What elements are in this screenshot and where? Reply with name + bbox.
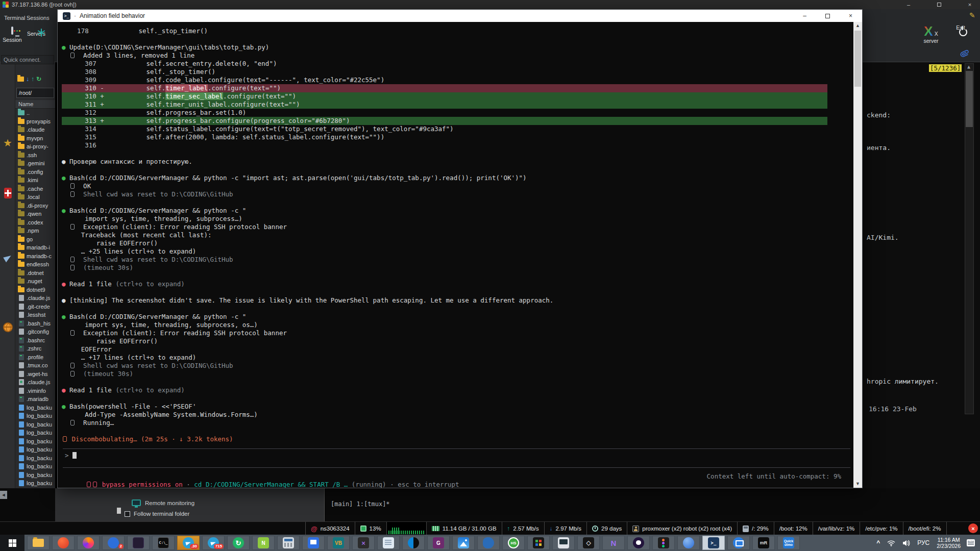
favorites-star-icon[interactable]: ★ <box>0 137 15 149</box>
taskbar-app-proxy-tool[interactable] <box>127 536 150 550</box>
notification-center-icon[interactable]: 32 <box>967 539 975 546</box>
tray-chevron[interactable]: ^ <box>876 539 880 546</box>
file-row[interactable]: log_backu <box>15 429 55 437</box>
taskbar-app-thunderbird[interactable]: 2 <box>102 536 125 550</box>
file-row[interactable]: .. <box>15 109 55 117</box>
quick-connect-input[interactable]: Quick connect. <box>1 55 54 64</box>
servers-button[interactable]: Servers <box>24 28 48 37</box>
screen-close-button[interactable]: × <box>960 0 980 9</box>
taskbar-app-dark-ball-app[interactable] <box>402 536 425 550</box>
file-row[interactable]: .local <box>15 193 55 202</box>
file-row[interactable]: .git-crede <box>15 303 55 311</box>
taskbar-app-figma[interactable] <box>652 536 675 550</box>
taskbar-app-telegram-2[interactable]: 715 <box>202 536 225 550</box>
file-row[interactable]: .config <box>15 168 55 177</box>
file-row[interactable]: go <box>15 235 55 244</box>
file-row[interactable]: .zshrc <box>15 344 55 353</box>
file-row[interactable]: proxyapis <box>15 117 55 126</box>
taskbar-app-remote-monitor[interactable] <box>727 536 750 550</box>
file-row[interactable]: .mariadb <box>15 395 55 404</box>
file-row[interactable]: log_backu <box>15 462 55 471</box>
refresh-icon[interactable]: ↻ <box>36 76 41 82</box>
file-row[interactable]: log_backu <box>15 445 55 454</box>
start-button[interactable] <box>0 535 24 551</box>
taskbar-app-neovim[interactable]: N <box>602 536 625 550</box>
exit-button[interactable]: Exit <box>946 24 975 31</box>
file-row[interactable]: .nuget <box>15 277 55 286</box>
hscroll-left-button[interactable]: ◄ <box>0 491 7 499</box>
speaker-icon[interactable] <box>902 540 910 546</box>
file-row[interactable]: ai-proxy- <box>15 142 55 151</box>
file-row[interactable]: .cache <box>15 185 55 193</box>
file-row[interactable]: .dotnet <box>15 269 55 278</box>
claude-minimize-button[interactable]: – <box>793 10 816 22</box>
download-icon[interactable]: ↓ <box>26 76 29 82</box>
follow-terminal-folder-checkbox[interactable]: Follow terminal folder <box>125 511 189 517</box>
taskbar-app-cmd-terminal[interactable]: C:\_ <box>152 536 175 550</box>
background-scrollbar[interactable]: ▲ <box>965 63 974 414</box>
taskbar-app-calculator[interactable] <box>277 536 300 550</box>
file-row[interactable]: log_backu <box>15 454 55 463</box>
keyboard-language[interactable]: РУС <box>917 539 929 546</box>
taskbar-app-telegram-1[interactable]: .30 <box>177 536 200 550</box>
name-column-header[interactable]: Name <box>15 100 55 109</box>
file-row[interactable]: log_backu <box>15 404 55 412</box>
file-row[interactable]: myvpn <box>15 134 55 143</box>
taskbar-app-file-explorer[interactable] <box>27 536 50 550</box>
file-row[interactable]: log_backu <box>15 471 55 480</box>
taskbar-app-image-viewer[interactable] <box>302 536 325 550</box>
menu-terminal[interactable]: Terminal <box>4 15 26 21</box>
file-row[interactable]: log_backu <box>15 412 55 420</box>
taskbar-app-blue-sphere-app[interactable] <box>677 536 700 550</box>
screen-minimize-button[interactable]: – <box>898 0 919 9</box>
taskbar-app-mremoteng[interactable]: mR <box>752 536 775 550</box>
tray-clock[interactable]: 11:16 AM 2/23/2026 <box>937 537 961 549</box>
file-row[interactable]: endlessh <box>15 260 55 269</box>
file-row[interactable]: .wget-hs <box>15 370 55 379</box>
taskbar-app-sharp-keys[interactable]: × <box>352 536 375 550</box>
file-row[interactable]: .gemini <box>15 159 55 168</box>
screen-maximize-button[interactable] <box>929 0 949 9</box>
file-row[interactable]: .viminfo <box>15 387 55 395</box>
file-row[interactable]: .npm <box>15 227 55 235</box>
file-row[interactable]: dotnet9 <box>15 286 55 294</box>
taskbar-app-mariadb[interactable] <box>477 536 500 550</box>
taskbar-app-quick-utmo[interactable]: Quick utmo <box>777 536 800 550</box>
taskbar-app-firefox[interactable] <box>77 536 100 550</box>
file-row[interactable]: .profile <box>15 353 55 362</box>
file-row[interactable]: .claude <box>15 126 55 134</box>
file-row[interactable]: .claude.js <box>15 294 55 303</box>
edit-pencil-icon[interactable]: ✎ <box>969 11 975 19</box>
paper-plane-icon[interactable] <box>0 255 15 261</box>
x-server-button[interactable]: X X server <box>917 24 945 44</box>
file-row[interactable]: .gitconfig <box>15 328 55 336</box>
taskbar-app-cube-app[interactable]: ◇ <box>577 536 600 550</box>
path-input[interactable]: /root/ <box>16 88 54 98</box>
taskbar-app-vb-tool[interactable]: VB <box>327 536 350 550</box>
taskbar-app-heidisql[interactable]: HS <box>502 536 525 550</box>
status-close-button[interactable]: × <box>968 523 978 533</box>
taskbar-app-sync-tool[interactable]: ↻ <box>227 536 250 550</box>
file-row[interactable]: log_backu <box>15 420 55 429</box>
taskbar-app-github-desktop[interactable] <box>627 536 650 550</box>
claude-titlebar[interactable]: >_ · Animation field behavior – × <box>58 10 862 22</box>
file-row[interactable]: .di-proxy <box>15 202 55 210</box>
scroll-up-icon[interactable]: ▲ <box>853 22 862 30</box>
remote-monitoring-button[interactable]: Remote monitoring <box>132 499 194 506</box>
claude-close-button[interactable]: × <box>839 10 862 22</box>
file-row[interactable]: .bash_his <box>15 319 55 328</box>
file-row[interactable]: .tmux.co <box>15 361 55 370</box>
file-row[interactable]: .bashrc <box>15 336 55 345</box>
claude-maximize-button[interactable] <box>816 10 839 22</box>
tools-knife-icon[interactable] <box>0 188 15 198</box>
file-row[interactable]: .codex <box>15 218 55 227</box>
parent-folder-icon[interactable] <box>17 77 24 82</box>
taskbar-app-powershell[interactable]: ≻_ <box>702 536 725 550</box>
taskbar-app-system-monitor[interactable] <box>552 536 575 550</box>
file-row[interactable]: .qwen <box>15 210 55 218</box>
scroll-down-icon[interactable]: ▼ <box>853 480 862 488</box>
paperclip-icon[interactable] <box>960 48 971 59</box>
scrollbar-thumb[interactable] <box>854 31 861 87</box>
menu-sessions[interactable]: Sessions <box>27 15 50 21</box>
taskbar-app-brave[interactable] <box>52 536 75 550</box>
